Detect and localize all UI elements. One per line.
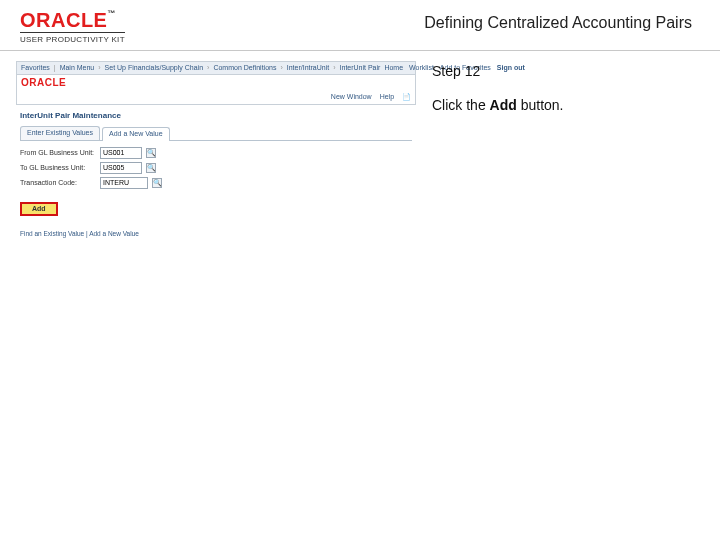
field-from-bu: From GL Business Unit: 🔍	[20, 147, 412, 159]
brand-tm: ™	[107, 9, 116, 18]
instruction-prefix: Click the	[432, 97, 490, 113]
nav-interunit-pair[interactable]: InterUnit Pair	[340, 64, 381, 72]
brand-main: ORACLE	[20, 9, 107, 31]
chevron-right-icon: ›	[333, 64, 335, 72]
app-subbar: New Window Help 📄	[16, 91, 416, 104]
instruction-body: Click the Add button.	[432, 97, 704, 113]
nav-main-menu[interactable]: Main Menu	[60, 64, 95, 72]
nav-interunit[interactable]: Inter/IntraUnit	[287, 64, 329, 72]
add-button[interactable]: Add	[20, 202, 58, 216]
oracle-logo: ORACLE™	[20, 10, 116, 30]
link-help[interactable]: Help	[380, 93, 394, 100]
input-trans-code[interactable]	[100, 177, 148, 189]
oracle-mini-logo: ORACLE	[21, 77, 66, 89]
nav-common-def[interactable]: Common Definitions	[213, 64, 276, 72]
brand-subline: USER PRODUCTIVITY KIT	[20, 32, 125, 44]
label-from-bu: From GL Business Unit:	[20, 149, 96, 157]
label-trans-code: Transaction Code:	[20, 179, 96, 187]
footer-links[interactable]: Find an Existing Value | Add a New Value	[20, 230, 412, 238]
label-to-bu: To GL Business Unit:	[20, 164, 96, 172]
tab-existing-values[interactable]: Enter Existing Values	[20, 126, 100, 139]
link-new-window[interactable]: New Window	[331, 93, 372, 100]
tab-add-new-value[interactable]: Add a New Value	[102, 127, 170, 140]
app-breadcrumb-bar: Favorites | Main Menu › Set Up Financial…	[16, 61, 416, 75]
instruction-column: Step 12 Click the Add button.	[432, 61, 704, 242]
lookup-icon[interactable]: 🔍	[146, 163, 156, 173]
content-row: Favorites | Main Menu › Set Up Financial…	[0, 51, 720, 242]
screenshot-column: Favorites | Main Menu › Set Up Financial…	[16, 61, 416, 242]
lookup-icon[interactable]: 🔍	[146, 148, 156, 158]
field-trans-code: Transaction Code: 🔍	[20, 177, 412, 189]
chevron-right-icon: ›	[280, 64, 282, 72]
lookup-icon[interactable]: 🔍	[152, 178, 162, 188]
input-from-bu[interactable]	[100, 147, 142, 159]
nav-sep: |	[54, 64, 56, 72]
page-title: InterUnit Pair Maintenance	[20, 111, 412, 121]
input-to-bu[interactable]	[100, 162, 142, 174]
app-page-body: InterUnit Pair Maintenance Enter Existin…	[16, 105, 416, 242]
nav-worklist[interactable]: Worklist	[409, 64, 434, 72]
app-logo-row: ORACLE	[16, 75, 416, 91]
instruction-bold: Add	[490, 97, 517, 113]
doc-header: ORACLE™ USER PRODUCTIVITY KIT Defining C…	[0, 0, 720, 51]
nav-home[interactable]: Home	[384, 64, 403, 72]
nav-favorites[interactable]: Favorites	[21, 64, 50, 72]
brand-block: ORACLE™ USER PRODUCTIVITY KIT	[20, 10, 125, 44]
instruction-suffix: button.	[517, 97, 564, 113]
embedded-app: Favorites | Main Menu › Set Up Financial…	[16, 61, 416, 242]
field-to-bu: To GL Business Unit: 🔍	[20, 162, 412, 174]
tab-strip: Enter Existing Values Add a New Value	[20, 126, 412, 140]
personalize-icon[interactable]: 📄	[402, 93, 411, 100]
chevron-right-icon: ›	[207, 64, 209, 72]
chevron-right-icon: ›	[98, 64, 100, 72]
nav-setup-fin[interactable]: Set Up Financials/Supply Chain	[105, 64, 203, 72]
step-label: Step 12	[432, 63, 704, 79]
doc-title: Defining Centralized Accounting Pairs	[125, 10, 700, 32]
